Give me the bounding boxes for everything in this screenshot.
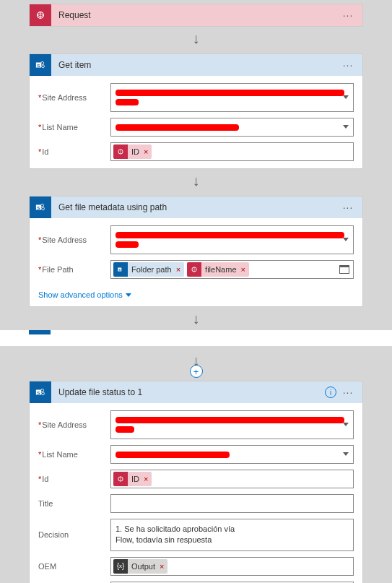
svg-point-11: [42, 207, 45, 210]
dynamic-content-pill-output[interactable]: {x} Output ×: [113, 559, 167, 574]
update-file-title: Update file status to 1: [51, 387, 325, 397]
connector-arrow: ↓: [0, 169, 392, 192]
sharepoint-connector-icon: S: [30, 54, 51, 76]
dynamic-content-pill-id[interactable]: ID ×: [113, 144, 152, 159]
svg-point-5: [42, 65, 45, 68]
label-oem: OEM: [38, 562, 110, 571]
request-card: Request ···: [29, 4, 363, 27]
sharepoint-pill-icon: S: [113, 262, 128, 277]
decision-input[interactable]: 1. Se ha solicitado aprobación vía Flow,…: [110, 519, 354, 551]
svg-text:S: S: [37, 205, 40, 210]
label-id: Id: [38, 475, 110, 483]
connector-arrow: ↓: [0, 307, 392, 330]
request-header[interactable]: Request ···: [30, 4, 362, 26]
request-pill-icon: [187, 262, 201, 277]
update-file-menu-ellipsis-icon[interactable]: ···: [339, 386, 357, 398]
label-list-name: List Name: [38, 123, 110, 131]
file-path-input[interactable]: S Folder path × fileName ×: [110, 260, 354, 279]
sharepoint-connector-icon: S: [30, 381, 51, 403]
get-metadata-title: Get file metadata using path: [51, 202, 339, 212]
collapsed-card-peek: [29, 330, 51, 334]
svg-text:S: S: [37, 63, 40, 68]
update-file-card: S Update file status to 1 i ··· Site Add…: [29, 381, 363, 583]
dropdown-caret-icon: [343, 423, 349, 426]
show-advanced-options-link[interactable]: Show advanced options: [30, 286, 362, 306]
canvas-gap: [0, 330, 392, 346]
arrow-down-icon: ↓: [193, 311, 200, 326]
add-step-button[interactable]: +: [190, 365, 203, 378]
oem-input[interactable]: {x} Output ×: [110, 557, 354, 576]
file-picker-icon[interactable]: [339, 265, 349, 274]
request-title: Request: [51, 10, 339, 20]
label-decision: Decision: [38, 530, 110, 539]
get-item-body: Site Address List Name Id ID: [30, 76, 362, 168]
get-metadata-header[interactable]: S Get file metadata using path ···: [30, 197, 362, 218]
arrow-down-icon: ↓: [193, 31, 200, 46]
connector-arrow: ↓: [0, 27, 392, 50]
site-address-input[interactable]: [110, 410, 354, 439]
title-input[interactable]: [110, 494, 354, 513]
request-pill-icon: [113, 144, 128, 159]
dropdown-caret-icon: [343, 125, 349, 129]
dropdown-caret-icon: [343, 95, 349, 99]
svg-point-10: [41, 204, 44, 207]
update-file-body: Site Address List Name Id ID: [30, 403, 362, 583]
label-file-path: File Path: [38, 265, 110, 274]
site-address-input[interactable]: [110, 225, 354, 254]
variable-pill-icon: {x}: [113, 559, 128, 574]
pill-remove-icon[interactable]: ×: [175, 265, 184, 274]
sharepoint-connector-icon: S: [30, 197, 51, 218]
request-pill-icon: [113, 472, 128, 486]
pill-remove-icon[interactable]: ×: [159, 562, 167, 571]
label-site-address: Site Address: [38, 420, 110, 429]
chevron-down-icon: [126, 293, 131, 297]
arrow-down-icon: ↓: [193, 173, 200, 188]
svg-point-4: [41, 61, 44, 64]
request-menu-ellipsis-icon[interactable]: ···: [339, 9, 357, 21]
pill-remove-icon[interactable]: ×: [143, 147, 152, 156]
label-title: Title: [38, 499, 110, 508]
get-item-title: Get item: [51, 60, 339, 70]
get-metadata-card: S Get file metadata using path ··· Site …: [29, 196, 363, 307]
update-file-header[interactable]: S Update file status to 1 i ···: [30, 381, 362, 403]
request-connector-icon: [30, 4, 51, 26]
list-name-input[interactable]: [110, 118, 354, 137]
get-metadata-menu-ellipsis-icon[interactable]: ···: [339, 202, 357, 213]
info-icon[interactable]: i: [325, 386, 336, 398]
dynamic-content-pill-id[interactable]: ID ×: [113, 472, 152, 486]
dynamic-content-pill-filename[interactable]: fileName ×: [187, 262, 249, 277]
dropdown-caret-icon: [343, 452, 349, 456]
svg-point-18: [41, 389, 44, 392]
label-site-address: Site Address: [38, 236, 110, 244]
pill-remove-icon[interactable]: ×: [240, 265, 249, 274]
get-item-card: S Get item ··· Site Address List Name Id: [29, 53, 363, 169]
label-site-address: Site Address: [38, 93, 110, 102]
list-name-input[interactable]: [110, 445, 354, 464]
label-list-name: List Name: [38, 450, 110, 459]
get-item-header[interactable]: S Get item ···: [30, 54, 362, 76]
svg-text:S: S: [37, 390, 40, 395]
site-address-input[interactable]: [110, 83, 354, 112]
dropdown-caret-icon: [343, 238, 349, 241]
svg-point-19: [42, 392, 45, 395]
get-metadata-body: Site Address File Path S Folder path ×: [30, 218, 362, 286]
id-input[interactable]: ID ×: [110, 142, 354, 161]
svg-text:S: S: [118, 268, 121, 272]
dynamic-content-pill-folderpath[interactable]: S Folder path ×: [113, 262, 184, 277]
label-id: Id: [38, 147, 110, 156]
id-input[interactable]: ID ×: [110, 470, 354, 488]
pill-remove-icon[interactable]: ×: [143, 475, 152, 483]
get-item-menu-ellipsis-icon[interactable]: ···: [339, 59, 357, 71]
